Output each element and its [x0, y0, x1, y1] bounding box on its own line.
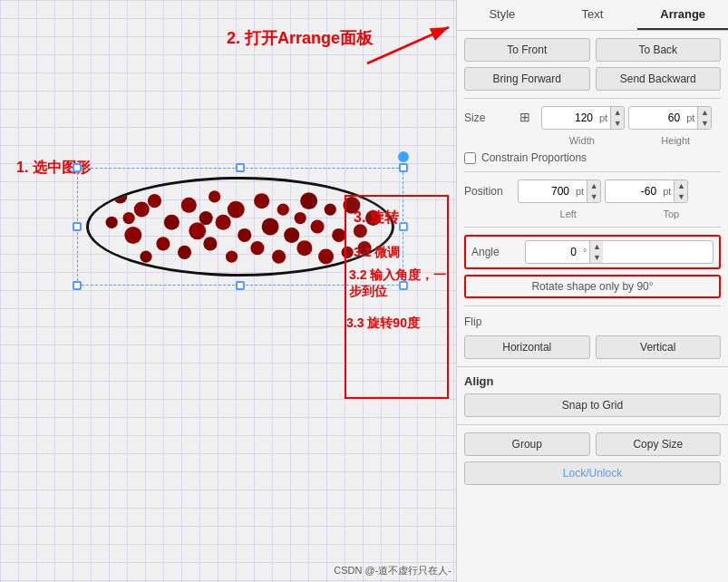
angle-up[interactable]: ▲: [590, 241, 603, 252]
bottom-section: Group Copy Size Lock/Unlock: [457, 424, 728, 492]
position-sublabels: Left Top: [464, 209, 721, 219]
left-input-group: pt ▲ ▼: [518, 179, 601, 203]
flip-horizontal-button[interactable]: Horizontal: [464, 335, 590, 359]
annotation-2-arrow: [358, 18, 456, 73]
copy-size-button[interactable]: Copy Size: [596, 432, 722, 456]
annotation-32: 3.2 输入角度，一步到位: [349, 267, 456, 300]
width-down[interactable]: ▼: [611, 118, 624, 129]
zorder-row-2: Bring Forward Send Backward: [464, 67, 721, 91]
left-up[interactable]: ▲: [587, 180, 600, 191]
left-down[interactable]: ▼: [587, 191, 600, 202]
svg-point-25: [300, 192, 317, 209]
handle-bc[interactable]: [236, 281, 245, 290]
flip-buttons: Horizontal Vertical: [464, 335, 721, 359]
tab-text[interactable]: Text: [548, 0, 638, 30]
height-input[interactable]: [629, 109, 684, 127]
left-input[interactable]: [519, 182, 573, 200]
tab-style[interactable]: Style: [457, 0, 548, 30]
send-backward-button[interactable]: Send Backward: [596, 67, 722, 91]
left-unit: pt: [573, 186, 587, 197]
angle-input-group: ° ▲ ▼: [525, 240, 713, 264]
handle-tr[interactable]: [399, 163, 408, 172]
svg-point-38: [295, 212, 306, 224]
width-unit: pt: [597, 112, 610, 123]
angle-down[interactable]: ▼: [590, 252, 603, 263]
to-front-button[interactable]: To Front: [464, 38, 590, 62]
angle-input[interactable]: [526, 243, 580, 261]
top-up[interactable]: ▲: [675, 180, 687, 191]
width-input[interactable]: [542, 109, 597, 127]
handle-tc[interactable]: [236, 163, 245, 172]
tabs: Style Text Arrange: [457, 0, 728, 31]
height-input-group: pt ▲ ▼: [628, 106, 712, 130]
align-title: Align: [464, 374, 721, 388]
height-up[interactable]: ▲: [698, 107, 711, 118]
flip-vertical-button[interactable]: Vertical: [596, 335, 722, 359]
size-label: Size: [464, 112, 514, 124]
svg-point-20: [262, 218, 279, 236]
svg-point-22: [277, 203, 289, 215]
svg-point-8: [156, 237, 170, 250]
svg-point-12: [178, 246, 191, 259]
zorder-row-1: To Front To Back: [464, 38, 721, 62]
svg-point-3: [134, 202, 150, 218]
svg-point-7: [164, 215, 180, 230]
handle-ml[interactable]: [73, 222, 82, 231]
top-input[interactable]: [606, 182, 660, 200]
divider-2: [464, 171, 721, 172]
top-down[interactable]: ▼: [675, 191, 687, 202]
handle-rotate[interactable]: [398, 151, 409, 162]
group-button[interactable]: Group: [464, 432, 590, 456]
height-unit: pt: [684, 112, 697, 123]
svg-point-28: [325, 203, 336, 215]
bring-forward-button[interactable]: Bring Forward: [464, 67, 590, 91]
handle-tl[interactable]: [73, 163, 82, 172]
tab-arrange[interactable]: Arrange: [637, 0, 728, 30]
svg-point-16: [228, 201, 245, 218]
svg-point-11: [189, 222, 206, 239]
angle-spinners: ▲ ▼: [589, 241, 603, 263]
svg-point-37: [199, 211, 213, 225]
width-spinners: ▲ ▼: [610, 107, 624, 129]
svg-point-18: [226, 250, 238, 262]
size-sublabels: Width Height: [464, 135, 721, 146]
snap-to-grid-button[interactable]: Snap to Grid: [464, 393, 721, 417]
width-up[interactable]: ▲: [611, 107, 624, 118]
svg-point-4: [106, 217, 118, 228]
lock-unlock-button[interactable]: Lock/Unlock: [464, 461, 721, 485]
width-label: Width: [537, 135, 627, 146]
constrain-checkbox[interactable]: [464, 152, 476, 164]
rotate-only-text[interactable]: Rotate shape only by 90°: [464, 275, 721, 298]
top-label: Top: [622, 209, 722, 219]
position-label: Position: [464, 185, 514, 198]
left-spinners: ▲ ▼: [587, 180, 600, 202]
angle-unit: °: [580, 247, 589, 257]
snap-row: Snap to Grid: [464, 393, 721, 417]
svg-point-2: [113, 189, 127, 203]
svg-point-27: [296, 240, 312, 256]
flip-row: Flip: [464, 314, 721, 330]
to-back-button[interactable]: To Back: [596, 38, 722, 62]
group-row: Group Copy Size: [464, 432, 721, 456]
height-down[interactable]: ▼: [698, 118, 711, 129]
svg-point-17: [238, 228, 251, 242]
csdn-watermark: CSDN @-道不虚行只在人-: [334, 564, 451, 577]
height-spinners: ▲ ▼: [697, 107, 711, 129]
svg-point-9: [140, 250, 151, 262]
annotation-33: 3.3 旋转90度: [346, 315, 420, 332]
svg-point-24: [272, 250, 286, 264]
svg-point-5: [124, 227, 141, 244]
right-panel: Style Text Arrange To Front To Back Brin…: [456, 0, 728, 582]
svg-point-36: [122, 212, 134, 224]
size-icon: ⊞: [519, 110, 536, 126]
canvas-area: 1. 选中图形 2. 打开Arrange面板: [0, 0, 456, 582]
divider-4: [464, 306, 721, 306]
svg-point-30: [318, 249, 334, 265]
constrain-label: Constrain Proportions: [481, 151, 587, 164]
annotation-31: 3.1 微调: [354, 245, 400, 261]
svg-point-14: [216, 215, 231, 230]
divider-1: [464, 98, 721, 99]
handle-bl[interactable]: [73, 281, 82, 290]
lock-row: Lock/Unlock: [464, 461, 721, 485]
svg-point-19: [254, 193, 269, 209]
